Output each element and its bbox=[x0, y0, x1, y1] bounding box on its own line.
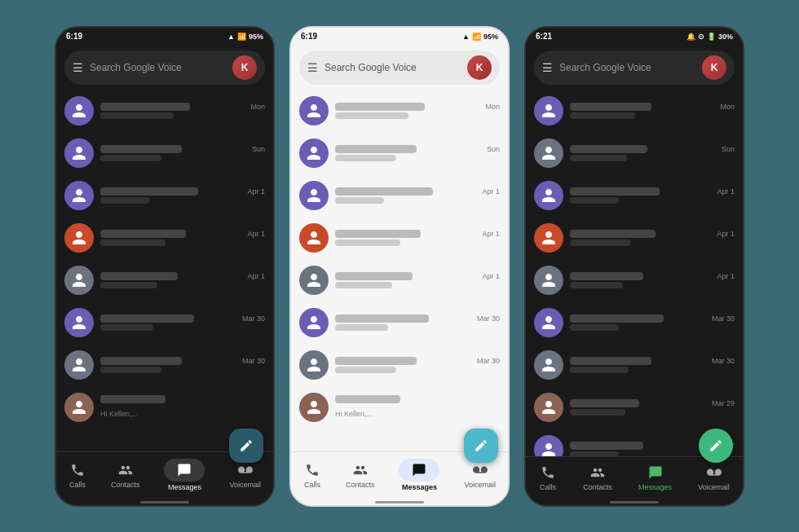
calls-icon-1 bbox=[68, 461, 86, 479]
avatar bbox=[299, 181, 329, 210]
list-item[interactable]: Apr 1 bbox=[56, 217, 273, 259]
list-item[interactable]: Apr 1 bbox=[526, 217, 743, 259]
calls-label-3: Calls bbox=[540, 483, 556, 491]
avatar bbox=[64, 181, 94, 210]
contact-msg-bar bbox=[100, 367, 161, 373]
contact-info: Sun bbox=[100, 145, 265, 161]
contact-msg-bar bbox=[335, 367, 396, 373]
search-bar-2[interactable]: ☰ Search Google Voice K bbox=[299, 51, 500, 85]
voicemail-label-2: Voicemail bbox=[464, 481, 496, 489]
user-avatar-2[interactable]: K bbox=[467, 55, 492, 80]
compose-button-2[interactable] bbox=[464, 429, 498, 463]
contact-name-bar bbox=[100, 187, 198, 196]
menu-icon-3[interactable]: ☰ bbox=[542, 61, 553, 74]
list-item[interactable]: Mar 30 bbox=[56, 301, 273, 344]
contact-msg-bar bbox=[100, 197, 149, 204]
home-indicator-3 bbox=[610, 501, 659, 503]
list-item[interactable]: Mar 30 bbox=[526, 301, 743, 344]
nav-contacts-1[interactable]: Contacts bbox=[106, 459, 145, 490]
time-3: 6:21 bbox=[536, 32, 552, 41]
voicemail-label-1: Voicemail bbox=[229, 481, 261, 489]
menu-icon-1[interactable]: ☰ bbox=[73, 61, 83, 74]
contacts-icon-2 bbox=[351, 461, 369, 479]
contact-name-bar bbox=[335, 314, 429, 323]
phone-1: 6:19 ▲ 📶 95% ☰ Search Google Voice K Mon bbox=[55, 26, 275, 507]
avatar bbox=[534, 223, 563, 253]
nav-calls-2[interactable]: Calls bbox=[298, 459, 326, 490]
contact-name-bar bbox=[570, 442, 643, 450]
voicemail-icon-3 bbox=[705, 464, 723, 481]
bottom-nav-3: Calls Contacts Messages Voicemail bbox=[526, 456, 743, 499]
list-item[interactable]: Apr 1 bbox=[526, 259, 743, 301]
menu-icon-2[interactable]: ☰ bbox=[307, 61, 318, 74]
voicemail-icon-1 bbox=[236, 461, 254, 479]
list-item[interactable]: Mar 30 bbox=[526, 344, 743, 386]
nav-messages-2[interactable]: Messages bbox=[394, 457, 444, 493]
nav-voicemail-2[interactable]: Voicemail bbox=[459, 459, 501, 490]
calls-icon-2 bbox=[303, 461, 321, 479]
avatar bbox=[64, 350, 94, 380]
list-item[interactable]: Apr 1 bbox=[291, 174, 508, 217]
nav-messages-3[interactable]: Messages bbox=[633, 462, 677, 493]
messages-tab-bg-2 bbox=[399, 459, 439, 481]
contact-name-bar bbox=[570, 230, 656, 238]
nav-contacts-2[interactable]: Contacts bbox=[341, 459, 380, 490]
list-item[interactable]: Sun bbox=[56, 132, 273, 174]
avatar bbox=[299, 138, 329, 168]
list-item[interactable]: Apr 1 bbox=[56, 174, 273, 217]
list-item[interactable]: Apr 1 bbox=[291, 217, 508, 259]
contact-info: Mar 30 bbox=[100, 314, 265, 331]
avatar bbox=[534, 308, 563, 337]
nav-calls-3[interactable]: Calls bbox=[534, 462, 562, 493]
user-avatar-1[interactable]: K bbox=[232, 55, 257, 80]
status-bar-2: 6:19 ▲ 📶 95% bbox=[291, 28, 508, 46]
calls-icon-3 bbox=[539, 464, 557, 481]
contacts-label-1: Contacts bbox=[111, 481, 140, 489]
search-input-3[interactable]: Search Google Voice bbox=[559, 62, 695, 73]
list-item[interactable]: Mar 30 bbox=[291, 344, 508, 386]
user-avatar-3[interactable]: K bbox=[702, 55, 726, 80]
search-input-1[interactable]: Search Google Voice bbox=[90, 62, 226, 73]
list-item[interactable]: Apr 1 bbox=[526, 174, 743, 217]
list-item[interactable]: Mon bbox=[56, 90, 273, 132]
search-bar-1[interactable]: ☰ Search Google Voice K bbox=[64, 51, 265, 85]
nav-voicemail-3[interactable]: Voicemail bbox=[693, 462, 735, 493]
list-item[interactable]: Mar 30 bbox=[56, 344, 273, 386]
contact-name-bar bbox=[570, 357, 651, 365]
contact-name-bar bbox=[335, 357, 417, 365]
nav-calls-1[interactable]: Calls bbox=[64, 459, 91, 490]
avatar bbox=[299, 350, 329, 380]
list-item[interactable]: Sun bbox=[291, 132, 508, 174]
search-bar-3[interactable]: ☰ Search Google Voice K bbox=[534, 51, 735, 85]
contact-info: Apr 1 bbox=[100, 272, 265, 288]
avatar bbox=[299, 223, 329, 253]
nav-messages-1[interactable]: Messages bbox=[159, 457, 210, 493]
nav-contacts-3[interactable]: Contacts bbox=[578, 462, 617, 493]
contact-date: Mar 30 bbox=[242, 357, 265, 365]
compose-button-1[interactable] bbox=[229, 429, 263, 463]
compose-button-3[interactable] bbox=[699, 429, 733, 463]
list-item[interactable]: Mon bbox=[291, 90, 508, 132]
list-item[interactable]: Hi Kellen,... bbox=[56, 386, 273, 429]
time-1: 6:19 bbox=[66, 32, 82, 41]
list-item[interactable]: Mar 29 bbox=[526, 386, 743, 429]
list-item[interactable]: Sun bbox=[526, 132, 743, 174]
contact-date: Sun bbox=[722, 145, 735, 153]
contacts-icon-3 bbox=[589, 464, 607, 481]
contact-info: Mar 30 bbox=[100, 357, 265, 373]
contacts-icon-1 bbox=[117, 461, 135, 479]
list-item[interactable]: Apr 1 bbox=[56, 259, 273, 301]
time-2: 6:19 bbox=[301, 32, 317, 41]
search-input-2[interactable]: Search Google Voice bbox=[324, 62, 461, 73]
nav-voicemail-1[interactable]: Voicemail bbox=[224, 459, 266, 490]
avatar bbox=[64, 96, 94, 125]
list-item[interactable]: Hi Kellen,... bbox=[291, 386, 508, 429]
avatar bbox=[534, 435, 563, 456]
voicemail-label-3: Voicemail bbox=[698, 483, 730, 491]
contact-list-2: Mon Sun Ap bbox=[291, 90, 508, 451]
list-item[interactable]: Apr 1 bbox=[291, 259, 508, 301]
contact-date: Apr 1 bbox=[482, 272, 500, 280]
list-item[interactable]: Mon bbox=[526, 90, 743, 132]
list-item[interactable]: Mar 30 bbox=[291, 301, 508, 344]
contact-info: Apr 1 bbox=[100, 230, 265, 246]
